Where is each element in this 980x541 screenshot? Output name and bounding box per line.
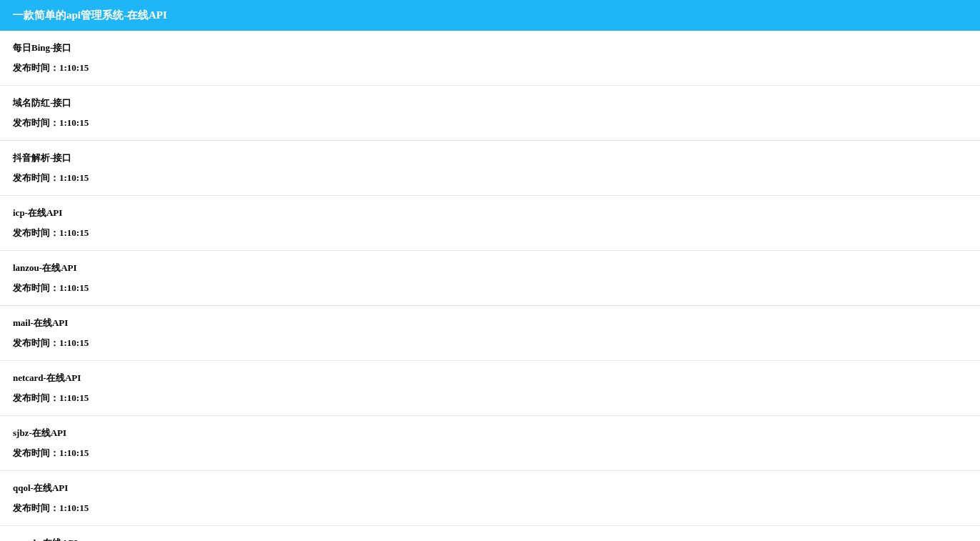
page-header: 一款简单的api管理系统-在线API — [0, 0, 980, 31]
list-item[interactable]: qqol-在线API 发布时间：1:10:15 — [0, 471, 980, 526]
publish-time-label: 发布时间： — [13, 502, 59, 513]
item-meta: 发布时间：1:10:15 — [13, 172, 967, 184]
item-meta: 发布时间：1:10:15 — [13, 337, 967, 349]
publish-time-label: 发布时间： — [13, 447, 59, 458]
item-title: qqol-在线API — [13, 482, 967, 495]
list-item[interactable]: 域名防红-接口 发布时间：1:10:15 — [0, 86, 980, 141]
publish-time-value: 1:10:15 — [59, 337, 89, 348]
publish-time-value: 1:10:15 — [59, 447, 89, 458]
publish-time-label: 发布时间： — [13, 282, 59, 293]
item-meta: 发布时间：1:10:15 — [13, 227, 967, 239]
publish-time-label: 发布时间： — [13, 337, 59, 348]
publish-time-label: 发布时间： — [13, 227, 59, 238]
list-item[interactable]: icp-在线API 发布时间：1:10:15 — [0, 196, 980, 251]
list-item[interactable]: sjbz-在线API 发布时间：1:10:15 — [0, 416, 980, 471]
item-title: lanzou-在线API — [13, 262, 967, 274]
publish-time-label: 发布时间： — [13, 117, 59, 128]
publish-time-value: 1:10:15 — [59, 502, 89, 513]
item-title: qrcode-在线API — [13, 537, 967, 541]
item-meta: 发布时间：1:10:15 — [13, 116, 967, 129]
list-item[interactable]: 抖音解析-接口 发布时间：1:10:15 — [0, 141, 980, 196]
item-title: netcard-在线API — [13, 372, 967, 384]
list-item[interactable]: lanzou-在线API 发布时间：1:10:15 — [0, 251, 980, 306]
list-item[interactable]: netcard-在线API 发布时间：1:10:15 — [0, 361, 980, 416]
publish-time-value: 1:10:15 — [59, 62, 89, 73]
api-list: 每日Bing-接口 发布时间：1:10:15 域名防红-接口 发布时间：1:10… — [0, 31, 980, 541]
item-title: 每日Bing-接口 — [13, 41, 967, 54]
item-meta: 发布时间：1:10:15 — [13, 282, 967, 294]
item-title: 抖音解析-接口 — [13, 152, 967, 164]
publish-time-label: 发布时间： — [13, 62, 59, 73]
publish-time-label: 发布时间： — [13, 172, 59, 183]
item-title: 域名防红-接口 — [13, 96, 967, 109]
item-meta: 发布时间：1:10:15 — [13, 447, 967, 460]
item-title: sjbz-在线API — [13, 427, 967, 440]
list-item[interactable]: qrcode-在线API — [0, 526, 980, 541]
item-meta: 发布时间：1:10:15 — [13, 392, 967, 404]
publish-time-label: 发布时间： — [13, 392, 59, 403]
page-title: 一款简单的api管理系统-在线API — [13, 9, 167, 21]
item-title: mail-在线API — [13, 317, 967, 329]
item-title: icp-在线API — [13, 207, 967, 219]
list-item[interactable]: 每日Bing-接口 发布时间：1:10:15 — [0, 31, 980, 86]
publish-time-value: 1:10:15 — [59, 227, 89, 238]
publish-time-value: 1:10:15 — [59, 392, 89, 403]
item-meta: 发布时间：1:10:15 — [13, 61, 967, 74]
publish-time-value: 1:10:15 — [59, 117, 89, 128]
item-meta: 发布时间：1:10:15 — [13, 502, 967, 515]
list-item[interactable]: mail-在线API 发布时间：1:10:15 — [0, 306, 980, 361]
publish-time-value: 1:10:15 — [59, 172, 89, 183]
publish-time-value: 1:10:15 — [59, 282, 89, 293]
